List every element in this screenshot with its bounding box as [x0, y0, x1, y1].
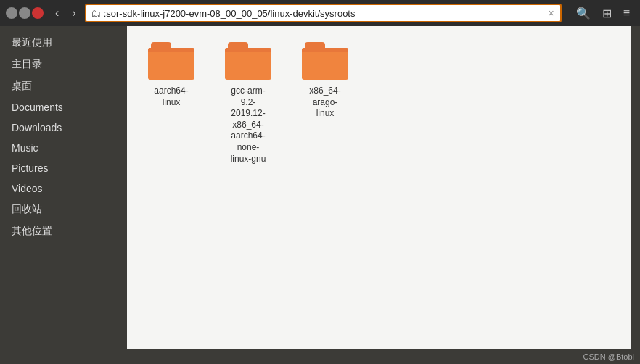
- sidebar-item-downloads[interactable]: Downloads: [0, 117, 127, 138]
- sidebar-item-pictures[interactable]: Pictures: [0, 158, 127, 178]
- sidebar-item-documents[interactable]: Documents: [0, 97, 127, 117]
- folder-gcc-arm[interactable]: gcc-arm-9.2-2019.12-x86_64-aarch64-none-…: [216, 38, 281, 169]
- forward-button[interactable]: ›: [67, 5, 80, 21]
- back-button[interactable]: ‹: [51, 5, 63, 21]
- sidebar-item-desktop[interactable]: 桌面: [0, 75, 127, 97]
- titlebar: ‹ › 🗂 × 🔍 ⊞ ≡: [0, 0, 640, 26]
- watermark: CSDN @Btobl: [583, 352, 634, 361]
- right-panel: [631, 26, 640, 349]
- search-button[interactable]: 🔍: [572, 4, 595, 22]
- folder-icon: [302, 42, 348, 81]
- close-button[interactable]: [32, 7, 44, 19]
- folder-label: x86_64-arago-linux: [309, 86, 340, 120]
- folder-icon: [225, 42, 271, 81]
- bottom-bar: CSDN @Btobl: [0, 349, 640, 364]
- address-bar[interactable]: [104, 8, 544, 19]
- file-area: aarch64-linux gcc-arm-9.2-2019.12-x86_64…: [127, 26, 631, 349]
- sidebar-item-recent[interactable]: 最近使用: [0, 32, 127, 54]
- main-area: 最近使用 主目录 桌面 Documents Downloads Music Pi…: [0, 26, 640, 349]
- minimize-button[interactable]: [6, 7, 17, 19]
- address-bar-container: 🗂 ×: [85, 4, 562, 22]
- folder-aarch64[interactable]: aarch64-linux: [139, 38, 204, 169]
- sidebar-item-home[interactable]: 主目录: [0, 54, 127, 75]
- sidebar-item-videos[interactable]: Videos: [0, 178, 127, 199]
- sidebar-item-music[interactable]: Music: [0, 138, 127, 158]
- list-view-button[interactable]: ≡: [619, 4, 634, 22]
- window-controls: [6, 7, 44, 19]
- sidebar-item-trash[interactable]: 回收站: [0, 199, 127, 220]
- folder-label: aarch64-linux: [154, 86, 188, 108]
- folder-x86-64[interactable]: x86_64-arago-linux: [292, 38, 358, 169]
- folder-icon: [148, 42, 194, 81]
- sidebar: 最近使用 主目录 桌面 Documents Downloads Music Pi…: [0, 26, 127, 349]
- maximize-button[interactable]: [19, 7, 30, 19]
- sidebar-item-other-locations[interactable]: 其他位置: [0, 220, 127, 242]
- folder-address-icon: 🗂: [91, 7, 101, 19]
- address-clear-button[interactable]: ×: [546, 7, 555, 19]
- toolbar-icons: 🔍 ⊞ ≡: [572, 4, 634, 22]
- grid-view-button[interactable]: ⊞: [598, 4, 616, 22]
- folder-label: gcc-arm-9.2-2019.12-x86_64-aarch64-none-…: [231, 86, 266, 165]
